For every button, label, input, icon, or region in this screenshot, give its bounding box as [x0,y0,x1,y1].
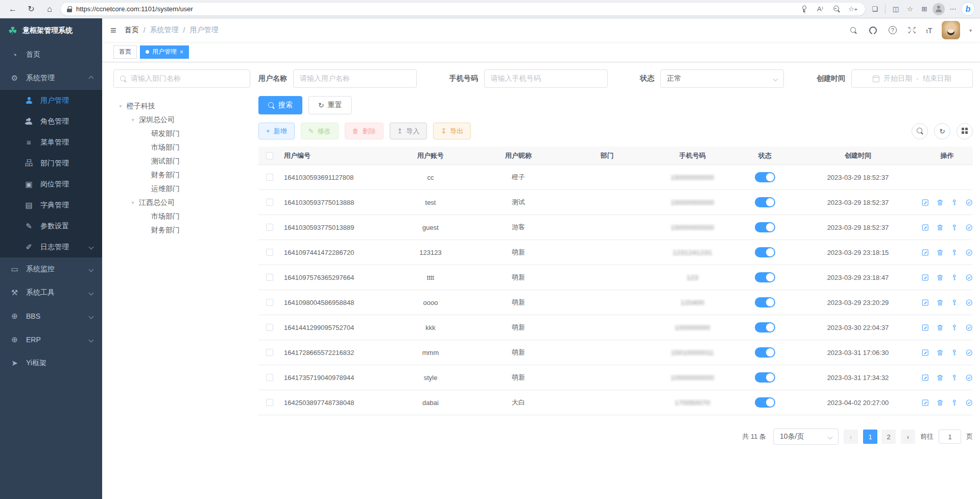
github-icon[interactable] [868,25,878,35]
row-checkbox[interactable] [266,199,273,206]
reset-password-icon[interactable] [950,273,959,282]
back-icon[interactable]: ← [5,2,20,16]
collapse-sidebar-icon[interactable]: ≡ [110,25,116,36]
reset-password-icon[interactable] [950,373,959,382]
favorite-add-icon[interactable]: ☆+ [847,4,859,15]
reset-password-icon[interactable] [950,223,959,232]
avatar[interactable] [942,21,960,39]
tree-expand-icon[interactable]: ▾ [130,200,136,205]
copilot-icon[interactable]: b [961,2,975,16]
reset-password-icon[interactable] [950,398,959,407]
delete-icon[interactable] [936,273,944,282]
sidebar-item-menu[interactable]: ≡菜单管理 [0,132,102,153]
tree-node[interactable]: 测试部门 [113,154,250,168]
assign-role-icon[interactable] [965,248,973,257]
sidebar-item-home[interactable]: ◔首页 [0,43,102,66]
sidebar-item-post[interactable]: ▣岗位管理 [0,174,102,195]
goto-page-input[interactable]: 1 [939,430,961,444]
favorites-icon[interactable]: ☆ [904,4,916,15]
edit-icon[interactable] [921,298,929,307]
delete-icon[interactable] [936,248,944,257]
table-row[interactable]: 1641030593775013888test测试150000000002023… [258,190,973,215]
url-bar[interactable]: https://ccnetcore.com:1101/system/user A… [60,2,866,16]
sidebar-item-tools[interactable]: ⚒系统工具 [0,281,102,304]
reset-password-icon[interactable] [950,298,959,307]
status-toggle[interactable] [755,397,775,408]
refresh-icon[interactable]: ↻ [23,2,39,16]
tree-node[interactable]: 运维部门 [113,182,250,196]
tree-node[interactable]: ▾江西总公司 [113,196,250,209]
reset-password-icon[interactable] [950,248,959,257]
table-refresh-icon[interactable]: ↻ [934,123,950,139]
tree-node[interactable]: ▾橙子科技 [113,99,250,113]
sidebar-item-erp[interactable]: ⊕ERP [0,328,102,351]
sidebar-item-yi[interactable]: ➤Yi框架 [0,351,102,375]
reset-password-icon[interactable] [950,198,959,207]
caret-down-icon[interactable]: ▾ [969,28,972,33]
row-checkbox[interactable] [266,224,273,231]
tree-expand-icon[interactable]: ▾ [130,117,136,123]
table-row[interactable]: 1641735719040978944style萌新10000000000202… [258,365,973,390]
sidebar-item-monitor[interactable]: ▭系统监控 [0,257,102,281]
delete-icon[interactable] [936,298,944,307]
phone-input[interactable]: 请输入手机号码 [484,69,608,88]
page-button-2[interactable]: 2 [881,430,896,444]
sidebar-item-param[interactable]: ✎参数设置 [0,216,102,236]
export-button[interactable]: ↧导出 [433,123,471,139]
close-icon[interactable]: × [180,49,183,56]
edit-icon[interactable] [921,398,929,407]
assign-role-icon[interactable] [965,373,973,382]
sidebar-item-user[interactable]: 用户管理 [0,90,102,111]
reset-password-icon[interactable] [950,323,959,332]
delete-icon[interactable] [936,373,944,382]
edit-icon[interactable] [921,248,929,257]
table-row[interactable]: 1641097441472286720123123萌新1231241231202… [258,240,973,265]
fullscreen-icon[interactable]: ↖↗↙↘ [907,25,917,35]
tab-首页[interactable]: 首页 [113,45,137,59]
row-checkbox[interactable] [266,399,273,406]
status-toggle[interactable] [755,297,775,307]
more-icon[interactable]: ⋯ [947,4,959,15]
help-icon[interactable]: ? [888,25,898,35]
select-all-checkbox[interactable] [266,152,273,159]
delete-icon[interactable] [936,198,944,207]
row-checkbox[interactable] [266,324,273,331]
breadcrumb-home[interactable]: 首页 [125,26,139,35]
status-toggle[interactable] [755,247,775,257]
table-row[interactable]: 1641030593691127808cc橙子150000000002023-0… [258,165,973,190]
tree-node[interactable]: 研发部门 [113,127,250,140]
sidebar-item-dept[interactable]: 品部门管理 [0,153,102,174]
profile-icon[interactable] [933,3,945,15]
extensions-icon[interactable]: ❏ [869,4,881,15]
delete-icon[interactable] [936,223,944,232]
assign-role-icon[interactable] [965,223,973,232]
date-range-input[interactable]: 开始日期 - 结束日期 [851,69,973,88]
table-row[interactable]: 1641098004586958848oooo萌新1204002023-03-2… [258,290,973,315]
page-size-select[interactable]: 10条/页 [773,429,839,445]
row-checkbox[interactable] [266,249,273,256]
row-checkbox[interactable] [266,374,273,381]
status-toggle[interactable] [755,322,775,332]
sidebar-item-bbs[interactable]: ⊕BBS [0,304,102,328]
delete-icon[interactable] [936,348,944,357]
prev-page-button[interactable]: ‹ [844,430,858,444]
table-row[interactable]: 1641097576365297664tttt萌新1232023-03-29 2… [258,265,973,290]
table-row[interactable]: 1641030593775013889guest游客15000000000202… [258,215,973,240]
row-checkbox[interactable] [266,349,273,356]
delete-button[interactable]: 🗑︎删除 [345,123,384,139]
username-input[interactable]: 请输入用户名称 [293,69,417,88]
add-button[interactable]: +新增 [258,123,295,139]
tree-node[interactable]: 财务部门 [113,168,250,182]
status-toggle[interactable] [755,372,775,383]
collections-icon[interactable]: ⊞ [918,4,930,15]
edit-icon[interactable] [921,323,929,332]
sidebar-item-system[interactable]: ⚙系统管理 [0,66,102,90]
table-columns-icon[interactable] [957,123,973,139]
table-row[interactable]: 1641441299095752704kkk萌新1000000002023-03… [258,315,973,340]
edit-icon[interactable] [921,348,929,357]
table-row[interactable]: 1642503897748738048dabai大白1700500702023-… [258,390,973,415]
assign-role-icon[interactable] [965,398,973,407]
status-toggle[interactable] [755,347,775,358]
tree-node[interactable]: ▾深圳总公司 [113,113,250,127]
sidebar-item-log[interactable]: ✐日志管理 [0,236,102,257]
